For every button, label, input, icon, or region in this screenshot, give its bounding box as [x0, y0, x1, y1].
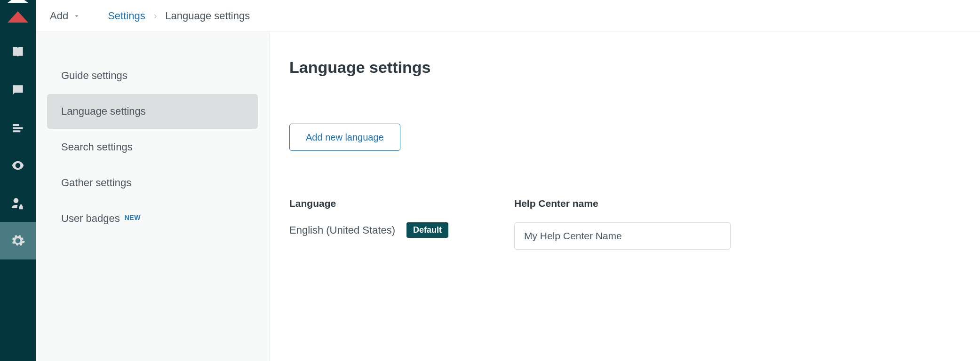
nav-item-label: Gather settings [61, 177, 131, 189]
nav-item-label: User badges [61, 212, 120, 225]
language-row: English (United States) Default [289, 222, 448, 238]
settings-nav: Guide settings Language settings Search … [36, 32, 270, 361]
book-icon [10, 45, 25, 60]
user-lock-icon [10, 196, 25, 211]
add-language-button[interactable]: Add new language [289, 124, 400, 151]
comment-alert-icon [10, 83, 25, 98]
page-title: Language settings [289, 58, 960, 77]
breadcrumb-settings[interactable]: Settings [108, 10, 145, 22]
language-name: English (United States) [289, 224, 395, 236]
breadcrumb: Settings › Language settings [108, 10, 250, 22]
helpcenter-name-input[interactable] [514, 222, 731, 250]
helpcenter-column: Help Center name [514, 198, 731, 250]
rail-item-feedback[interactable] [0, 71, 36, 109]
language-column: Language English (United States) Default [289, 198, 448, 238]
rail-item-arrange[interactable] [0, 109, 36, 147]
nav-item-label: Guide settings [61, 70, 127, 82]
default-tag: Default [406, 222, 448, 238]
column-header-language: Language [289, 198, 448, 209]
nav-item-guide-settings[interactable]: Guide settings [47, 58, 258, 93]
nav-item-label: Language settings [61, 105, 146, 118]
add-label: Add [50, 10, 68, 22]
rail-item-knowledge[interactable] [0, 34, 36, 71]
column-header-helpcenter: Help Center name [514, 198, 731, 209]
add-dropdown[interactable]: Add [50, 10, 80, 22]
logo-triangle-icon [8, 11, 28, 23]
nav-item-gather-settings[interactable]: Gather settings [47, 165, 258, 200]
new-badge: NEW [125, 214, 141, 221]
rail-item-permissions[interactable] [0, 184, 36, 222]
nav-item-language-settings[interactable]: Language settings [47, 94, 258, 129]
eye-icon [10, 158, 25, 173]
rail-item-eye[interactable] [0, 147, 36, 184]
nav-item-user-badges[interactable]: User badges NEW [47, 201, 258, 236]
nav-item-search-settings[interactable]: Search settings [47, 130, 258, 165]
product-logo[interactable] [0, 0, 36, 34]
rail-item-settings[interactable] [0, 222, 36, 259]
topbar: Add Settings › Language settings [36, 0, 980, 32]
chevron-down-icon [73, 12, 80, 20]
content-area: Language settings Add new language Langu… [270, 32, 980, 361]
nav-item-label: Search settings [61, 141, 133, 153]
breadcrumb-current: Language settings [165, 10, 250, 22]
button-label: Add new language [306, 132, 384, 143]
chevron-right-icon: › [154, 10, 157, 21]
lines-icon [10, 120, 25, 135]
gear-icon [10, 233, 25, 248]
